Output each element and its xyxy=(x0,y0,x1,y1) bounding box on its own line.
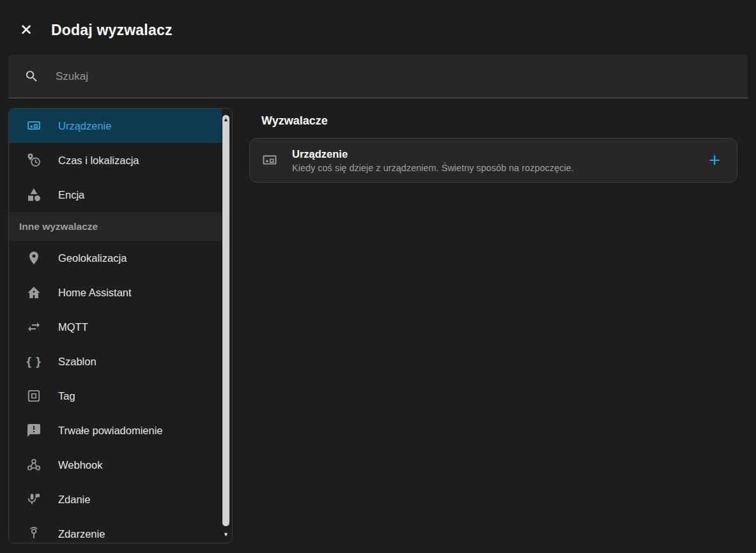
search-input[interactable] xyxy=(56,70,732,83)
webhook-icon xyxy=(26,457,42,473)
triggers-heading: Wyzwalacze xyxy=(261,114,737,128)
search-bar[interactable] xyxy=(8,55,748,98)
add-trigger-plus-icon[interactable]: + xyxy=(701,151,728,170)
sidebar-item-label: Encja xyxy=(58,189,84,201)
sidebar-item-webhook[interactable]: Webhook xyxy=(9,448,222,482)
devices-icon xyxy=(26,118,42,133)
sidebar-item-label: Zdanie xyxy=(58,494,90,506)
sidebar-item-home-assistant[interactable]: Home Assistant xyxy=(9,275,222,310)
sidebar-item-label: Trwałe powiadomienie xyxy=(58,425,163,437)
sidebar-item-label: Webhook xyxy=(58,459,102,471)
event-icon xyxy=(26,526,42,542)
sidebar-item-label: Czas i lokalizacja xyxy=(58,155,139,167)
sidebar-item-label: Urządzenie xyxy=(58,120,111,132)
sidebar-item-trwale-powiadomienie[interactable]: Trwałe powiadomienie xyxy=(9,413,222,448)
trigger-list-panel: Wyzwalacze Urządzenie Kiedy coś się dzie… xyxy=(233,108,748,183)
home-assistant-icon xyxy=(26,285,42,300)
sidebar-item-label: MQTT xyxy=(58,321,88,333)
dialog-title: Dodaj wyzwalacz xyxy=(51,22,173,39)
sidebar-item-label: Zdarzenie xyxy=(58,528,105,540)
sidebar-item-geolokalizacja[interactable]: Geolokalizacja xyxy=(9,241,222,275)
sidebar-section-inne-wyzwalacze: Inne wyzwalacze xyxy=(9,212,222,241)
message-alert-icon xyxy=(26,423,42,438)
trigger-card-description: Kiedy coś się dzieje z urządzeniem. Świe… xyxy=(292,163,687,173)
map-marker-icon xyxy=(26,250,42,266)
devices-icon xyxy=(261,152,278,169)
trigger-category-sidebar: Urządzenie Czas i lokalizacja Encja Inne… xyxy=(8,108,233,543)
shapes-icon xyxy=(26,187,42,202)
sidebar-item-szablon[interactable]: { } Szablon xyxy=(9,344,222,379)
sidebar-item-tag[interactable]: Tag xyxy=(9,379,222,413)
sidebar-item-mqtt[interactable]: MQTT xyxy=(9,310,222,344)
code-braces-icon: { } xyxy=(26,354,42,369)
trigger-card-urzadzenie[interactable]: Urządzenie Kiedy coś się dzieje z urządz… xyxy=(249,138,737,183)
sidebar-item-label: Home Assistant xyxy=(58,287,132,299)
sidebar-item-encja[interactable]: Encja xyxy=(9,178,222,212)
dialog-header: ✕ Dodaj wyzwalacz xyxy=(0,0,756,55)
scroll-up-icon[interactable]: ▲ xyxy=(222,116,230,123)
sidebar-list: Urządzenie Czas i lokalizacja Encja Inne… xyxy=(9,109,232,543)
sidebar-section-label: Inne wyzwalacze xyxy=(19,221,98,232)
swap-arrows-icon xyxy=(26,319,42,335)
sidebar-scrollbar[interactable]: ▲ ▼ xyxy=(222,113,230,538)
sidebar-item-czas-i-lokalizacja[interactable]: Czas i lokalizacja xyxy=(9,143,222,178)
sidebar-item-zdarzenie[interactable]: Zdarzenie xyxy=(9,517,222,543)
time-location-icon xyxy=(26,153,42,168)
scroll-down-icon[interactable]: ▼ xyxy=(222,531,230,538)
dialog-body: Urządzenie Czas i lokalizacja Encja Inne… xyxy=(0,108,756,543)
trigger-card-title: Urządzenie xyxy=(292,148,687,160)
sidebar-item-label: Geolokalizacja xyxy=(58,252,127,264)
sentence-icon xyxy=(26,492,42,507)
tag-icon xyxy=(26,388,42,404)
scrollbar-thumb[interactable] xyxy=(222,115,229,526)
sidebar-item-label: Tag xyxy=(58,390,75,402)
search-icon xyxy=(24,69,39,84)
sidebar-item-label: Szablon xyxy=(58,356,96,368)
sidebar-item-urzadzenie[interactable]: Urządzenie xyxy=(9,109,222,143)
close-icon[interactable]: ✕ xyxy=(17,20,36,40)
sidebar-item-zdanie[interactable]: Zdanie xyxy=(9,482,222,517)
trigger-card-text: Urządzenie Kiedy coś się dzieje z urządz… xyxy=(292,148,687,173)
